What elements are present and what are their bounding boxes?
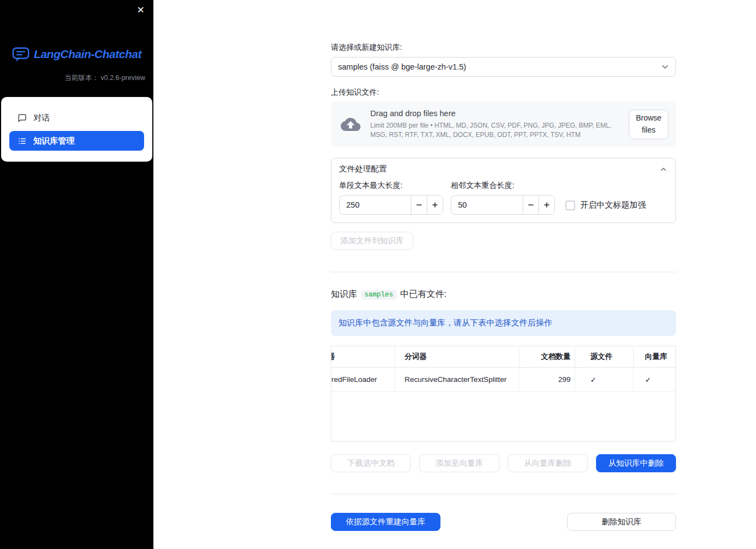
chat-bubble-icon [18,113,27,123]
download-selected-button[interactable]: 下载选中文档 [331,454,411,472]
delete-from-kb-button[interactable]: 从知识库中删除 [596,454,676,472]
overlap-size-increment-icon[interactable] [539,196,554,214]
overlap-size-value[interactable]: 50 [451,196,523,214]
browse-files-button[interactable]: Browse files [629,110,668,139]
zh-title-enhance-label: 开启中文标题加强 [580,200,646,210]
chunk-size-value[interactable]: 250 [340,196,411,214]
kb-select-label: 请选择或新建知识库: [331,43,676,53]
expander-header[interactable]: 文件处理配置 [331,158,675,180]
drag-drop-text: Drag and drop files here [370,109,623,118]
chunk-size-decrement-icon[interactable] [411,196,427,214]
overlap-size-decrement-icon[interactable] [523,196,539,214]
zh-title-enhance-group: 开启中文标题加强 [565,200,646,210]
logo-chat-icon [12,46,30,62]
chunk-size-increment-icon[interactable] [427,196,443,214]
col-doc-count: 文档数量 [519,346,575,367]
main-content: 请选择或新建知识库: samples (faiss @ bge-large-zh… [153,0,756,549]
zh-title-enhance-checkbox[interactable] [565,201,575,210]
cell-loader: redFileLoader [331,368,394,391]
col-splitter: 分词器 [394,346,519,367]
file-actions-row: 下载选中文档 添加至向量库 从向量库删除 从知识库中删除 [331,454,676,472]
add-to-vectorstore-button[interactable]: 添加至向量库 [419,454,499,472]
kb-management-row: 依据源文件重建向量库 删除知识库 [331,513,676,531]
files-table[interactable]: 器 分词器 文档数量 源文件 向量库 redFileLoader Recursi… [331,346,676,442]
kb-files-heading: 知识库 samples 中已有文件: [331,289,676,300]
col-loader-clipped: 器 [331,346,394,367]
cloud-upload-icon [341,117,360,131]
sidebar-item-label: 知识库管理 [33,136,75,146]
chevron-up-icon [659,165,668,174]
divider [331,272,676,272]
list-icon [18,136,27,146]
sidebar-item-knowledge-base[interactable]: 知识库管理 [9,131,144,151]
delete-kb-button[interactable]: 删除知识库 [567,513,676,531]
chunk-size-label: 单段文本最大长度: [339,181,443,191]
cell-vector-check: ✓ [633,368,675,391]
expander-title: 文件处理配置 [339,164,387,174]
add-files-button[interactable]: 添加文件到知识库 [331,232,413,250]
sidebar: ✕ LangChain-Chatchat 当前版本： v0.2.6-previe… [0,0,153,549]
app-logo: LangChain-Chatchat [0,46,153,62]
file-limit-text: Limit 200MB per file • HTML, MD, JSON, C… [370,121,623,140]
overlap-size-group: 相邻文本重合长度: 50 [451,181,555,215]
sidebar-menu: 对话 知识库管理 [1,97,152,162]
version-value: v0.2.6-preview [101,74,145,82]
version-label: 当前版本： v0.2.6-preview [0,73,153,83]
sidebar-item-label: 对话 [33,113,50,123]
delete-from-vectorstore-button[interactable]: 从向量库删除 [508,454,588,472]
overlap-size-label: 相邻文本重合长度: [451,181,555,191]
file-dropzone[interactable]: Drag and drop files here Limit 200MB per… [331,102,676,147]
expander-body: 单段文本最大长度: 250 相邻文本重合长度: [331,180,675,222]
rebuild-vectorstore-button[interactable]: 依据源文件重建向量库 [331,513,440,531]
col-source-file: 源文件 [575,346,633,367]
app-root: ✕ LangChain-Chatchat 当前版本： v0.2.6-previe… [0,0,756,549]
cell-source-check: ✓ [575,368,633,391]
overlap-size-input[interactable]: 50 [451,195,555,215]
divider [331,494,676,494]
kb-files-suffix: 中已有文件: [400,289,446,300]
kb-select[interactable]: samples (faiss @ bge-large-zh-v1.5) [331,57,676,77]
chunk-size-group: 单段文本最大长度: 250 [339,181,443,215]
content-column: 请选择或新建知识库: samples (faiss @ bge-large-zh… [331,0,676,531]
version-prefix: 当前版本： [65,74,99,82]
upload-label: 上传知识文件: [331,88,676,98]
table-header-row: 器 分词器 文档数量 源文件 向量库 [331,346,675,368]
dropzone-texts: Drag and drop files here Limit 200MB per… [370,109,629,140]
sidebar-close-icon[interactable]: ✕ [135,3,147,17]
kb-files-prefix: 知识库 [331,289,357,300]
chevron-down-icon [660,62,670,72]
cell-splitter: RecursiveCharacterTextSplitter [394,368,519,391]
chunk-size-input[interactable]: 250 [339,195,443,215]
table-row[interactable]: redFileLoader RecursiveCharacterTextSpli… [331,368,675,392]
col-vector-store: 向量库 [633,346,675,367]
file-config-expander: 文件处理配置 单段文本最大长度: 250 [331,158,676,223]
sidebar-item-dialogue[interactable]: 对话 [9,108,144,128]
logo-text: LangChain-Chatchat [34,48,141,61]
kb-select-value: samples (faiss @ bge-large-zh-v1.5) [338,62,466,71]
kb-name-code: samples [361,290,397,300]
cell-doc-count: 299 [519,368,575,391]
info-alert: 知识库中包含源文件与向量库，请从下表中选择文件后操作 [331,310,676,336]
